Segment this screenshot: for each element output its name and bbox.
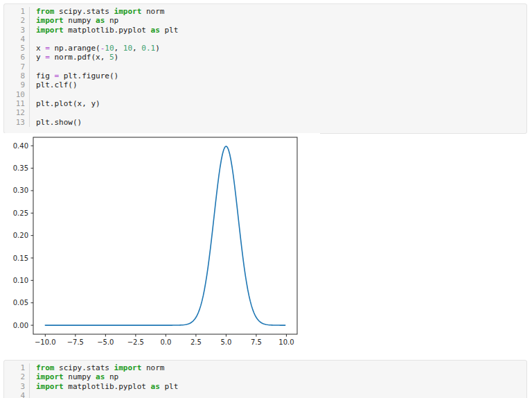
- line-number: 4: [4, 35, 30, 44]
- code-line-text: import numpy as np: [30, 372, 118, 381]
- code-line-text: y = norm.pdf(x, 5): [30, 53, 118, 62]
- line-number: 4: [4, 391, 30, 398]
- x-tick-label: −2.5: [127, 338, 144, 346]
- code-line-text: import matplotlib.pyplot as plt: [30, 382, 178, 391]
- line-number: 9: [4, 80, 30, 89]
- code-line: 13plt.show(): [4, 118, 526, 127]
- line-number: 1: [4, 363, 30, 372]
- y-tick-label: 0.10: [13, 277, 28, 284]
- code-line: 10: [4, 90, 526, 99]
- x-tick-label: 0.0: [160, 338, 171, 346]
- axes-frame: [33, 137, 297, 334]
- line-number: 5: [4, 44, 30, 53]
- y-tick-label: 0.15: [13, 254, 28, 262]
- code-line: 7: [4, 62, 526, 71]
- code-line-text: import matplotlib.pyplot as plt: [30, 26, 178, 35]
- line-number: 7: [4, 62, 30, 71]
- line-number: 11: [4, 99, 30, 108]
- line-number: 2: [4, 16, 30, 25]
- y-tick-label: 0.25: [13, 209, 28, 217]
- code-line: 3import matplotlib.pyplot as plt: [4, 382, 526, 391]
- code-line-text: [30, 108, 36, 117]
- x-tick-label: 2.5: [190, 338, 202, 346]
- code-line: 6y = norm.pdf(x, 5): [4, 53, 526, 62]
- code-line-text: fig = plt.figure(): [30, 71, 118, 80]
- code-line-text: from scipy.stats import norm: [30, 7, 164, 16]
- line-number: 2: [4, 372, 30, 381]
- x-tick-label: 10.0: [278, 338, 294, 346]
- code-line-text: from scipy.stats import norm: [30, 363, 164, 372]
- line-number: 3: [4, 26, 30, 35]
- code-line-text: x = np.arange(-10, 10, 0.1): [30, 44, 160, 53]
- x-tick-label: −7.5: [67, 338, 84, 346]
- code-line-text: import numpy as np: [30, 16, 118, 25]
- y-tick-label: 0.35: [13, 164, 28, 172]
- code-line: 2import numpy as np: [4, 16, 526, 25]
- x-tick-label: 7.5: [251, 338, 262, 346]
- y-tick-label: 0.40: [13, 142, 28, 150]
- code-line: 8fig = plt.figure(): [4, 71, 526, 80]
- code-line: 1from scipy.stats import norm: [4, 363, 526, 372]
- y-tick-label: 0.20: [13, 232, 28, 239]
- code-line: 4: [4, 35, 526, 44]
- code-line: 1from scipy.stats import norm: [4, 7, 526, 16]
- code-line-text: [30, 62, 36, 71]
- y-tick-label: 0.05: [13, 299, 28, 306]
- code-line: 11plt.plot(x, y): [4, 99, 526, 108]
- x-tick-label: −5.0: [97, 338, 114, 346]
- code-cell-source[interactable]: 1from scipy.stats import norm2import num…: [3, 3, 527, 134]
- code-line-text: [30, 391, 36, 398]
- code-line-text: plt.plot(x, y): [30, 99, 100, 108]
- line-number: 6: [4, 53, 30, 62]
- matplotlib-figure-output: −10.0−7.5−5.0−2.50.02.55.07.510.00.000.0…: [4, 133, 320, 356]
- code-line-text: [30, 35, 36, 44]
- pdf-curve: [45, 146, 285, 325]
- code-line: 4: [4, 391, 526, 398]
- code-line-text: plt.show(): [30, 118, 82, 127]
- x-tick-label: 5.0: [220, 338, 231, 346]
- code-line: 9plt.clf(): [4, 80, 526, 89]
- line-number: 13: [4, 118, 30, 127]
- y-tick-label: 0.00: [13, 322, 28, 329]
- line-number: 8: [4, 71, 30, 80]
- normal-distribution-plot: −10.0−7.5−5.0−2.50.02.55.07.510.00.000.0…: [4, 133, 320, 356]
- code-line-text: [30, 90, 36, 99]
- notebook-page: 1from scipy.stats import norm2import num…: [0, 0, 532, 398]
- line-number: 1: [4, 7, 30, 16]
- code-line: 2import numpy as np: [4, 372, 526, 381]
- code-line: 5x = np.arange(-10, 10, 0.1): [4, 44, 526, 53]
- x-tick-label: −10.0: [35, 338, 56, 346]
- code-line: 3import matplotlib.pyplot as plt: [4, 26, 526, 35]
- code-line-text: plt.clf(): [30, 80, 78, 89]
- code-line: 12: [4, 108, 526, 117]
- line-number: 12: [4, 108, 30, 117]
- line-number: 3: [4, 382, 30, 391]
- line-number: 10: [4, 90, 30, 99]
- y-tick-label: 0.30: [13, 187, 28, 194]
- code-cell-source-repeat[interactable]: 1from scipy.stats import norm2import num…: [3, 360, 527, 398]
